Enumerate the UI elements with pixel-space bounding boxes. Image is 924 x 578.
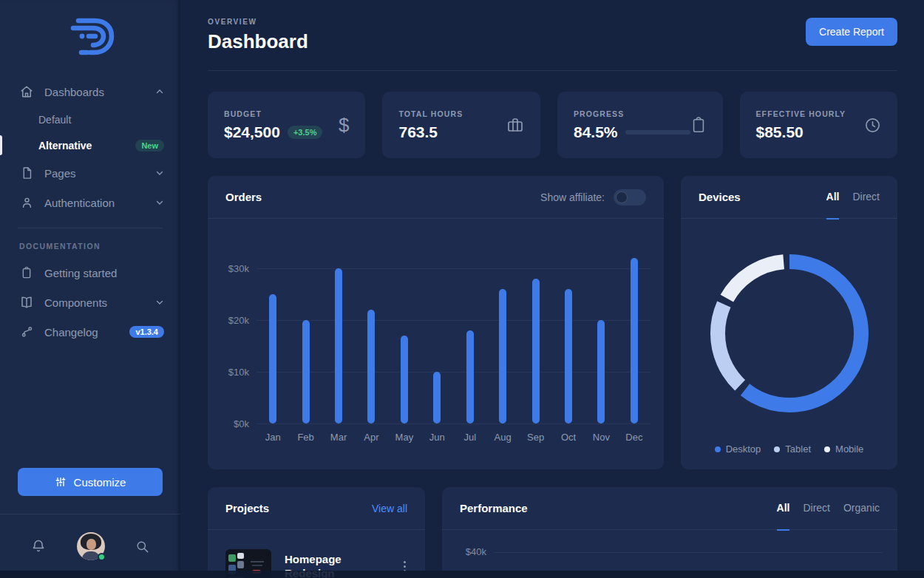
chevron-down-icon — [155, 298, 164, 307]
sidebar-item-label: Alternative — [38, 140, 125, 152]
stat-card-total-hours: TOTAL HOURS 763.5 — [382, 92, 540, 158]
home-icon — [19, 85, 34, 98]
orders-title: Orders — [225, 191, 262, 203]
sidebar-item-alternative[interactable]: Alternative New — [0, 132, 180, 158]
stat-label: BUDGET — [224, 109, 322, 118]
x-axis-tick: Feb — [289, 432, 322, 443]
view-all-link[interactable]: View all — [372, 503, 407, 514]
customize-button[interactable]: Customize — [18, 468, 163, 496]
create-report-button[interactable]: Create Report — [806, 18, 897, 46]
devices-donut-chart — [707, 251, 872, 416]
chevron-up-icon — [155, 87, 164, 96]
x-axis-tick: May — [388, 432, 421, 443]
dollar-icon: $ — [339, 114, 349, 137]
chevron-down-icon — [155, 198, 164, 207]
orders-card: Orders Show affiliate: $0k $10k $20k $30… — [208, 176, 664, 469]
sidebar-item-default[interactable]: Default — [0, 106, 180, 132]
briefcase-icon — [506, 116, 524, 134]
tab-all[interactable]: All — [777, 487, 790, 531]
active-indicator — [0, 135, 2, 155]
page-icon — [19, 166, 34, 180]
sidebar-item-label: Default — [38, 114, 164, 126]
stat-label: PROGRESS — [574, 109, 690, 118]
bar-Feb — [289, 320, 322, 424]
documentation-heading: DOCUMENTATION — [0, 239, 180, 258]
chevron-down-icon — [155, 169, 164, 177]
tab-all[interactable]: All — [826, 176, 840, 220]
sidebar-item-label: Pages — [44, 167, 145, 180]
user-icon — [19, 196, 34, 209]
tab-direct[interactable]: Direct — [852, 176, 880, 220]
x-axis-tick: Jan — [257, 432, 289, 443]
sidebar-item-pages[interactable]: Pages — [0, 158, 180, 188]
y-axis-tick: $30k — [208, 263, 249, 274]
sidebar-item-label: Changelog — [44, 326, 119, 339]
sidebar-item-dashboards[interactable]: Dashboards — [0, 77, 180, 106]
show-affiliate-toggle[interactable] — [614, 189, 646, 205]
legend-item-mobile[interactable]: Mobile — [824, 443, 863, 455]
y-axis-tick: $20k — [208, 315, 249, 326]
sidebar-docs-nav: Getting started Components Changelog v1.… — [0, 258, 180, 347]
legend-label: Desktop — [726, 443, 761, 455]
search-icon[interactable] — [135, 540, 149, 554]
bar-Oct — [552, 289, 585, 424]
avatar[interactable] — [77, 532, 105, 560]
window-bottom-edge — [0, 571, 924, 578]
branch-icon — [19, 325, 34, 339]
bar-Jan — [257, 294, 289, 424]
book-icon — [19, 296, 34, 309]
legend-item-tablet[interactable]: Tablet — [774, 443, 811, 455]
sidebar-nav: Dashboards Default Alternative New Pages — [0, 77, 180, 217]
x-axis-tick: Apr — [355, 432, 387, 443]
performance-title: Performance — [460, 502, 528, 514]
x-axis-tick: Nov — [585, 432, 617, 443]
clipboard-icon — [690, 116, 707, 134]
tab-direct[interactable]: Direct — [803, 487, 830, 531]
sidebar: Dashboards Default Alternative New Pages — [0, 0, 180, 578]
customize-label: Customize — [74, 476, 126, 489]
toggle-knob — [616, 191, 628, 203]
bar-Dec — [618, 258, 650, 424]
sidebar-item-components[interactable]: Components — [0, 288, 180, 317]
version-badge: v1.3.4 — [129, 326, 164, 338]
header-divider — [208, 70, 897, 71]
main-content: OVERVIEW Dashboard Create Report BUDGET … — [180, 0, 924, 578]
sliders-icon — [55, 476, 67, 488]
delta-badge: +3.5% — [288, 126, 323, 139]
sidebar-item-label: Getting started — [44, 267, 164, 279]
legend-item-desktop[interactable]: Desktop — [715, 443, 761, 455]
online-status-dot — [98, 553, 106, 561]
y-axis-tick: $0k — [208, 418, 249, 429]
clipboard-icon — [19, 266, 34, 279]
bell-icon[interactable] — [31, 539, 46, 554]
devices-title: Devices — [699, 191, 741, 203]
breadcrumb-eyebrow: OVERVIEW — [208, 18, 308, 26]
tab-organic[interactable]: Organic — [843, 487, 880, 531]
projects-title: Projects — [225, 502, 269, 514]
gridline — [257, 424, 650, 424]
clock-icon — [864, 117, 881, 134]
sidebar-item-label: Authentication — [44, 197, 145, 209]
show-affiliate-label: Show affiliate: — [540, 191, 605, 203]
bar-May — [388, 336, 421, 424]
sidebar-item-getting-started[interactable]: Getting started — [0, 258, 180, 288]
new-badge: New — [135, 140, 164, 152]
legend-label: Tablet — [785, 443, 811, 455]
devices-legend: DesktopTabletMobile — [681, 443, 897, 469]
sidebar-divider — [18, 228, 163, 228]
stat-label: TOTAL HOURS — [398, 109, 463, 118]
stats-row: BUDGET $24,500 +3.5% $ TOTAL HOURS 763.5 — [208, 92, 897, 158]
legend-dot — [774, 446, 780, 452]
brand-logo-icon[interactable] — [66, 15, 115, 58]
stat-value: 763.5 — [398, 123, 438, 141]
sidebar-item-authentication[interactable]: Authentication — [0, 188, 180, 217]
x-axis-tick: Mar — [322, 432, 355, 443]
x-axis-tick: Oct — [552, 432, 585, 443]
x-axis-tick: Jun — [421, 432, 453, 443]
bar-Sep — [519, 279, 551, 424]
stat-card-budget: BUDGET $24,500 +3.5% $ — [208, 92, 365, 158]
orders-chart: $0k $10k $20k $30k JanFebMarAprMayJunJul… — [208, 219, 664, 469]
x-axis-tick: Dec — [618, 432, 650, 443]
bar-Jun — [421, 372, 453, 424]
sidebar-item-changelog[interactable]: Changelog v1.3.4 — [0, 317, 180, 347]
